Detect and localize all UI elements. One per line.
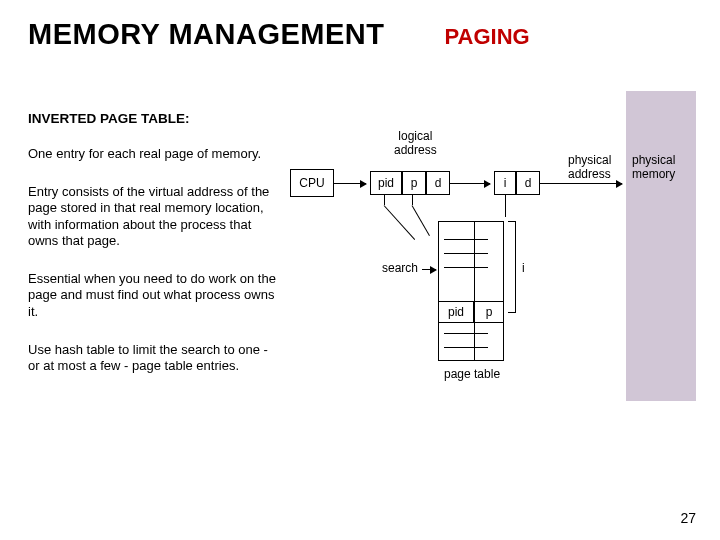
pt-line-4 <box>444 333 488 334</box>
cpu-label: CPU <box>299 176 324 190</box>
diag-3 <box>516 217 517 218</box>
page-number: 27 <box>680 510 696 526</box>
page-table-box <box>438 221 504 361</box>
subtitle: INVERTED PAGE TABLE: <box>28 111 278 128</box>
arrow-cpu-to-logical <box>334 183 366 184</box>
pt-line-5 <box>444 347 488 348</box>
logical-p-cell: p <box>402 171 426 195</box>
physical-i-cell: i <box>494 171 516 195</box>
line-match-to-i-v <box>505 195 506 217</box>
pt-line-2 <box>444 253 488 254</box>
pt-line-3 <box>444 267 488 268</box>
line-p-down <box>412 195 413 205</box>
arrow-physical-to-memory <box>540 183 622 184</box>
cpu-box: CPU <box>290 169 334 197</box>
diag-2 <box>412 205 430 236</box>
paragraph-4: Use hash table to limit the search to on… <box>28 342 278 375</box>
diagram: physical memory CPU logical address pid … <box>284 111 692 421</box>
label-physical-memory: physical memory <box>632 153 675 181</box>
title-sub: PAGING <box>445 24 530 50</box>
line-pid-down <box>384 195 385 205</box>
bracket-i <box>508 221 516 313</box>
physical-memory-block <box>626 91 696 401</box>
paragraph-2: Entry consists of the virtual address of… <box>28 184 278 249</box>
label-page-table: page table <box>444 367 500 381</box>
label-physical-address: physical address <box>568 153 611 181</box>
match-p-cell: p <box>474 301 504 323</box>
label-search: search <box>382 261 418 275</box>
label-logical-address: logical address <box>394 129 437 157</box>
title-main: MEMORY MANAGEMENT <box>28 18 385 51</box>
page-table-divider <box>474 221 475 361</box>
pt-line-1 <box>444 239 488 240</box>
paragraph-3: Essential when you need to do work on th… <box>28 271 278 320</box>
arrow-logical-to-physical <box>450 183 490 184</box>
logical-pid-cell: pid <box>370 171 402 195</box>
arrow-search-to-table <box>422 269 436 270</box>
slide-header: MEMORY MANAGEMENT PAGING <box>28 18 692 51</box>
paragraph-1: One entry for each real page of memory. <box>28 146 278 162</box>
logical-d-cell: d <box>426 171 450 195</box>
diag-1 <box>384 205 416 240</box>
text-column: INVERTED PAGE TABLE: One entry for each … <box>28 111 278 421</box>
label-i-bracket: i <box>522 261 525 275</box>
physical-d-cell: d <box>516 171 540 195</box>
match-pid-cell: pid <box>438 301 474 323</box>
